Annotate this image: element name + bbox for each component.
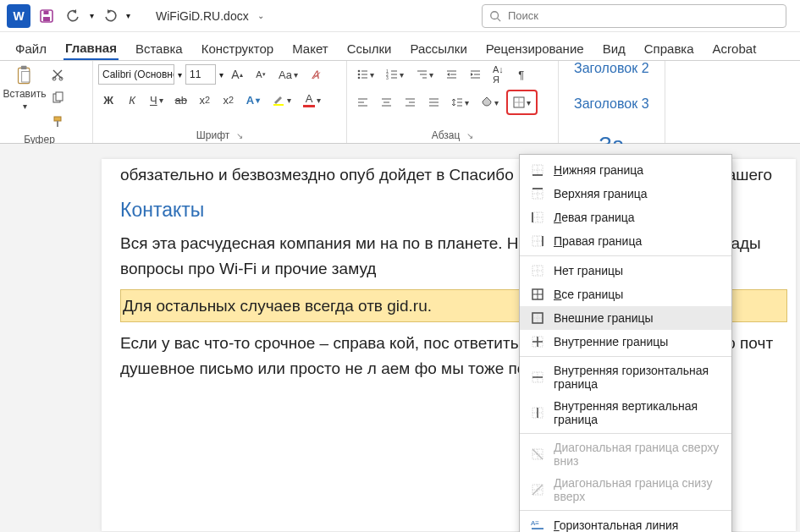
shading-icon[interactable]: ▾ xyxy=(477,92,503,112)
align-right-icon[interactable] xyxy=(400,92,420,112)
ribbon: Вставить ▾ Буфер обмена↘ Calibri (Основн… xyxy=(0,61,800,144)
italic-button[interactable]: К xyxy=(122,90,142,110)
borders-menu-item[interactable]: Внутренние границы xyxy=(520,330,731,354)
undo-chevron-icon[interactable]: ▾ xyxy=(90,11,94,20)
style-heading2[interactable]: Заголовок 2 xyxy=(574,61,649,76)
paragraph-launcher-icon[interactable]: ↘ xyxy=(466,131,473,140)
border-iv-icon xyxy=(530,405,545,420)
group-font-label: Шрифт xyxy=(196,129,229,141)
border-diag2-icon xyxy=(530,482,545,497)
borders-menu-item[interactable]: Верхняя граница xyxy=(520,182,731,206)
tab-file[interactable]: Файл xyxy=(14,38,48,59)
svg-rect-6 xyxy=(21,66,27,69)
strikethrough-button[interactable]: ab xyxy=(171,90,191,110)
change-case-icon[interactable]: Aa ▾ xyxy=(274,64,302,85)
menu-item-label: Диагональная граница сверху вниз xyxy=(554,441,721,468)
borders-button[interactable]: ▾ xyxy=(509,92,535,112)
menu-item-label: Верхняя граница xyxy=(554,187,648,200)
tab-help[interactable]: Справка xyxy=(643,38,696,59)
text-effects-icon[interactable]: A ▾ xyxy=(242,90,264,110)
bold-button[interactable]: Ж xyxy=(98,90,119,110)
filename[interactable]: WiFiGiD.RU.docx xyxy=(156,9,249,23)
decrease-indent-icon[interactable] xyxy=(441,64,461,85)
underline-button[interactable]: Ч ▾ xyxy=(146,90,168,110)
tab-mailings[interactable]: Рассылки xyxy=(408,38,468,59)
borders-menu-item[interactable]: Нижняя граница xyxy=(520,158,731,182)
bullets-icon[interactable]: ▾ xyxy=(352,64,378,85)
subscript-button[interactable]: x2 xyxy=(195,90,215,110)
svg-point-17 xyxy=(358,74,361,76)
font-name-combo[interactable]: Calibri (Основной xyxy=(98,64,174,85)
shrink-font-icon[interactable]: A▾ xyxy=(251,64,271,85)
clear-format-icon[interactable]: A̷ xyxy=(306,64,326,85)
menu-item-label: Внутренняя вертикальная граница xyxy=(554,399,721,426)
multilevel-icon[interactable]: ▾ xyxy=(411,64,438,85)
redo-icon[interactable] xyxy=(99,5,121,27)
font-color-icon[interactable]: A▾ xyxy=(299,90,325,110)
dropdown-separator xyxy=(520,356,731,357)
dropdown-separator xyxy=(520,255,731,256)
menu-item-label: Правая граница xyxy=(554,234,642,248)
borders-menu-item[interactable]: Все границы xyxy=(520,282,731,306)
justify-icon[interactable] xyxy=(423,92,444,112)
align-center-icon[interactable] xyxy=(376,92,396,112)
sort-icon[interactable]: А↓Я xyxy=(488,64,508,85)
cut-icon[interactable] xyxy=(47,64,68,85)
qat-more-chevron-icon[interactable]: ▾ xyxy=(126,11,130,20)
borders-menu-item[interactable]: Правая граница xyxy=(520,229,731,253)
increase-indent-icon[interactable] xyxy=(465,64,485,85)
filename-chevron-icon[interactable]: ⌄ xyxy=(257,11,264,20)
borders-menu-item[interactable]: Внутренняя вертикальная граница xyxy=(520,395,731,431)
tab-review[interactable]: Рецензирование xyxy=(484,38,586,59)
search-placeholder: Поиск xyxy=(508,9,538,22)
tab-references[interactable]: Ссылки xyxy=(345,38,394,59)
font-name-chevron-icon[interactable]: ▾ xyxy=(178,70,182,80)
tab-view[interactable]: Вид xyxy=(601,38,627,59)
borders-menu-item[interactable]: A≡Горизонтальная линия xyxy=(520,513,731,532)
group-paragraph-label: Абзац xyxy=(432,129,461,141)
titlebar: W ▾ ▾ WiFiGiD.RU.docx ⌄ Поиск xyxy=(0,0,800,32)
borders-menu-item[interactable]: Внутренняя горизонтальная граница xyxy=(520,359,731,395)
svg-rect-2 xyxy=(44,11,49,14)
svg-text:A≡: A≡ xyxy=(531,519,539,527)
svg-rect-13 xyxy=(57,121,58,127)
menu-item-label: Внутренняя горизонтальная граница xyxy=(554,364,721,391)
format-painter-icon[interactable] xyxy=(47,112,68,132)
font-size-chevron-icon[interactable]: ▾ xyxy=(219,70,223,80)
align-left-icon[interactable] xyxy=(352,92,372,112)
search-input[interactable]: Поиск xyxy=(482,4,786,28)
borders-menu-item[interactable]: Левая граница xyxy=(520,206,731,229)
border-ih-icon xyxy=(530,370,545,385)
group-font: Calibri (Основной ▾ 11 ▾ A▴ A▾ Aa ▾ A̷ Ж… xyxy=(93,61,347,143)
copy-icon[interactable] xyxy=(47,88,68,108)
tab-home[interactable]: Главная xyxy=(63,37,119,60)
font-size-combo[interactable]: 11 xyxy=(185,64,216,85)
line-spacing-icon[interactable]: ▾ xyxy=(447,92,473,112)
group-clipboard: Вставить ▾ Буфер обмена↘ xyxy=(0,61,93,143)
style-heading3[interactable]: Заголовок 3 xyxy=(574,96,649,112)
tab-layout[interactable]: Макет xyxy=(290,38,329,59)
tab-insert[interactable]: Вставка xyxy=(134,38,185,59)
numbering-icon[interactable]: 123▾ xyxy=(382,64,408,85)
grow-font-icon[interactable]: A▴ xyxy=(227,64,247,85)
svg-point-19 xyxy=(358,77,361,80)
border-none-icon xyxy=(530,263,545,278)
svg-rect-7 xyxy=(22,72,30,83)
save-icon[interactable] xyxy=(36,5,58,27)
border-diag1-icon xyxy=(530,447,545,462)
borders-menu-item[interactable]: Внешние границы xyxy=(520,306,731,330)
hline-icon: A≡ xyxy=(530,518,545,532)
paste-button[interactable]: Вставить ▾ xyxy=(5,64,44,112)
tab-design[interactable]: Конструктор xyxy=(200,38,276,59)
tab-acrobat[interactable]: Acrobat xyxy=(711,38,759,59)
document-area: обязательно и безвозмездно опуб дойдет в… xyxy=(0,144,800,532)
borders-menu-item[interactable]: Нет границы xyxy=(520,259,731,282)
ribbon-tabs: Файл Главная Вставка Конструктор Макет С… xyxy=(0,32,800,61)
show-marks-icon[interactable]: ¶ xyxy=(511,64,532,85)
highlight-color-icon[interactable]: ▾ xyxy=(268,90,295,110)
font-launcher-icon[interactable]: ↘ xyxy=(236,131,243,140)
superscript-button[interactable]: x2 xyxy=(218,90,239,110)
svg-text:3: 3 xyxy=(386,75,389,80)
borders-dropdown: Нижняя границаВерхняя границаЛевая грани… xyxy=(519,154,732,532)
undo-icon[interactable] xyxy=(63,5,85,27)
